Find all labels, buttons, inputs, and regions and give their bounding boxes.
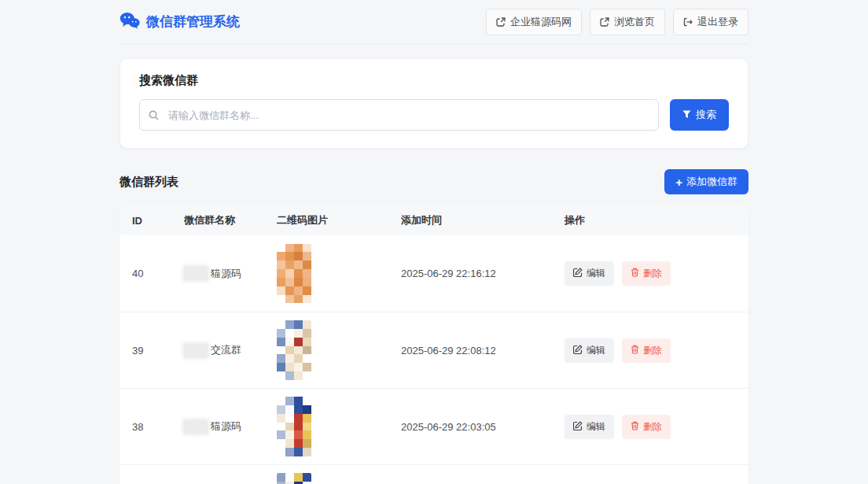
edit-button[interactable]: 编辑 xyxy=(565,338,614,363)
search-heading: 搜索微信群 xyxy=(139,73,729,88)
col-id: ID xyxy=(132,215,184,227)
col-actions: 操作 xyxy=(565,213,736,227)
table-row: 39 交流群 2025-06-29 22:08:12 编辑 xyxy=(120,312,748,388)
search-input[interactable] xyxy=(139,99,659,131)
filter-icon xyxy=(682,109,691,121)
edit-button[interactable]: 编辑 xyxy=(565,415,614,439)
group-table: ID 微信群名称 二维码图片 添加时间 操作 40 猫源码 2025-06-29… xyxy=(120,205,748,484)
qr-code-image xyxy=(277,244,311,304)
search-icon xyxy=(149,109,159,124)
add-group-button[interactable]: + 添加微信群 xyxy=(664,169,748,194)
plus-icon: + xyxy=(675,176,682,188)
topbar-actions: 企业猫源码网 浏览首页 xyxy=(486,9,748,35)
wechat-icon xyxy=(120,12,140,32)
edit-icon xyxy=(573,268,583,279)
col-time: 添加时间 xyxy=(401,213,565,227)
row-name: 猫源码 xyxy=(184,267,277,281)
logout-icon xyxy=(683,17,693,27)
source-site-link[interactable]: 企业猫源码网 xyxy=(486,9,582,35)
row-id: 39 xyxy=(132,345,184,357)
trash-icon xyxy=(631,421,639,433)
qr-code-image xyxy=(277,320,311,380)
list-heading: 微信群列表 xyxy=(120,175,178,190)
row-added-time: 2025-06-29 22:16:12 xyxy=(401,268,565,279)
logout-button[interactable]: 退出登录 xyxy=(673,9,748,35)
search-box xyxy=(139,99,659,131)
brand: 微信群管理系统 xyxy=(120,12,240,32)
edit-button[interactable]: 编辑 xyxy=(565,261,614,286)
browse-home-link[interactable]: 浏览首页 xyxy=(590,9,665,35)
row-actions: 编辑 删除 xyxy=(565,338,736,363)
search-card: 搜索微信群 搜索 xyxy=(120,58,748,149)
search-button[interactable]: 搜索 xyxy=(670,99,729,131)
redacted-name-patch xyxy=(184,267,208,280)
delete-button[interactable]: 删除 xyxy=(622,261,671,286)
table-row: 37 交流群 2025-06-29 22:02:49 编辑 xyxy=(120,464,748,484)
qr-code-image xyxy=(277,473,311,484)
redacted-name-patch xyxy=(184,420,208,434)
col-name: 微信群名称 xyxy=(184,213,277,227)
redacted-name-patch xyxy=(184,344,208,357)
edit-icon xyxy=(573,345,583,357)
trash-icon xyxy=(631,268,639,279)
edit-icon xyxy=(573,421,583,433)
row-id: 38 xyxy=(132,421,184,433)
row-actions: 编辑 删除 xyxy=(565,261,736,286)
row-added-time: 2025-06-29 22:03:05 xyxy=(401,421,565,433)
row-id: 40 xyxy=(132,268,184,279)
list-header: 微信群列表 + 添加微信群 xyxy=(120,169,748,194)
row-name: 交流群 xyxy=(184,343,277,357)
trash-icon xyxy=(631,345,639,357)
col-qrcode: 二维码图片 xyxy=(277,213,401,227)
delete-button[interactable]: 删除 xyxy=(622,338,671,363)
row-name: 猫源码 xyxy=(184,419,277,434)
table-row: 38 猫源码 2025-06-29 22:03:05 编辑 xyxy=(120,388,748,464)
page-title: 微信群管理系统 xyxy=(146,13,240,31)
qr-code-image xyxy=(277,397,311,456)
external-link-icon xyxy=(496,17,506,27)
row-actions: 编辑 删除 xyxy=(565,415,736,439)
row-added-time: 2025-06-29 22:08:12 xyxy=(401,345,565,357)
table-header: ID 微信群名称 二维码图片 添加时间 操作 xyxy=(120,205,748,235)
topbar: 微信群管理系统 企业猫源码网 xyxy=(120,0,748,44)
table-row: 40 猫源码 2025-06-29 22:16:12 编辑 xyxy=(120,235,748,312)
external-link-icon xyxy=(600,17,609,27)
delete-button[interactable]: 删除 xyxy=(622,415,671,439)
